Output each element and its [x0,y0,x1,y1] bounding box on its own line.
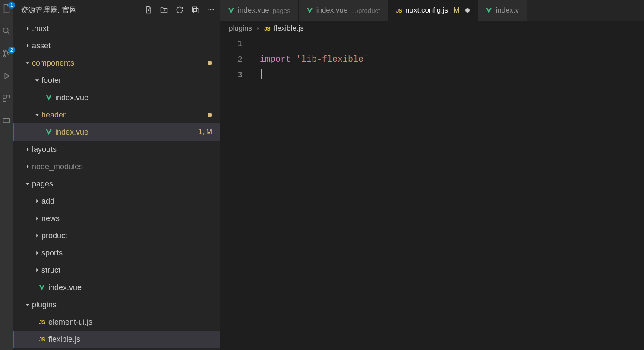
file-label: index.vue [48,283,82,292]
chevron-right-icon [33,267,41,273]
dirty-dot-icon [465,8,470,13]
breadcrumb-part[interactable]: plugins [229,24,252,33]
vue-icon [306,7,313,14]
folder-product[interactable]: product [13,227,220,244]
chevron-down-icon [33,112,41,118]
svg-point-3 [8,53,9,54]
folder-label: node_modules [32,162,83,171]
line-gutter: 1 2 3 [220,36,251,350]
folder-sports[interactable]: sports [13,244,220,262]
code-editor[interactable]: 1 2 3 import 'lib-flexible' [220,36,644,350]
file-label: flexible.js [48,335,80,344]
folder-plugins[interactable]: plugins [13,296,220,313]
js-icon: JS [37,336,47,343]
folder-label: product [41,231,67,240]
token-string: 'lib-flexible' [296,54,369,64]
js-icon: JS [396,7,402,14]
more-icon[interactable] [206,5,215,15]
folder-label: news [41,214,60,223]
file-pages-index[interactable]: index.vue [13,279,220,296]
folder-label: struct [41,266,60,275]
new-file-icon[interactable] [144,5,153,15]
source-control-icon[interactable]: 2 [1,48,12,59]
folder-footer[interactable]: footer [13,72,220,89]
folder-label: add [41,197,54,206]
vue-icon [228,7,234,14]
chevron-right-icon [23,164,32,170]
git-status: 1, M [199,128,212,136]
file-header-index[interactable]: index.vue 1, M [13,123,220,141]
file-element-ui[interactable]: JS element-ui.js [13,313,220,331]
js-icon: JS [264,25,270,32]
svg-rect-4 [3,95,6,98]
line-number: 1 [220,36,243,52]
svg-rect-8 [192,7,196,11]
file-label: index.vue [55,128,88,137]
tab-label: index.vue [238,6,269,15]
code-line: import 'lib-flexible' [260,52,644,67]
chevron-down-icon [23,60,32,66]
file-footer-index[interactable]: index.vue [13,89,220,106]
code-line [260,36,644,52]
chevron-right-icon [33,233,41,239]
explorer-icon[interactable]: 1 [1,3,12,14]
folder-pages[interactable]: pages [13,175,220,192]
line-number: 3 [220,67,243,83]
tab-index-product[interactable]: index.vue ...\product [299,0,388,21]
folder-label: plugins [32,300,57,309]
chevron-down-icon [23,181,32,187]
activity-bar: 1 2 [0,0,13,350]
extensions-icon[interactable] [1,93,12,104]
folder-asset[interactable]: asset [13,37,220,54]
tab-index-cut[interactable]: index.v [478,0,527,21]
token-keyword: import [260,54,291,64]
collapse-all-icon[interactable] [190,5,200,15]
vue-icon [37,284,47,291]
svg-point-2 [3,55,5,57]
folder-label: footer [41,76,61,85]
git-modified-letter: M [453,6,459,15]
chevron-right-icon [23,25,32,32]
debug-icon[interactable] [1,71,12,81]
folder-header[interactable]: header [13,106,220,123]
svg-rect-6 [3,99,6,102]
svg-point-0 [3,28,8,33]
code-content[interactable]: import 'lib-flexible' [251,36,644,350]
vue-icon [486,7,492,14]
folder-nuxt[interactable]: .nuxt [13,20,220,37]
remote-icon[interactable] [1,116,12,126]
tab-label: nuxt.config.js [405,6,448,15]
git-status-text: 1, M [199,128,212,136]
file-flexible[interactable]: JS flexible.js [13,331,220,348]
file-label: index.vue [55,93,88,102]
svg-point-12 [213,9,214,11]
new-folder-icon[interactable] [159,5,169,15]
explorer-badge: 1 [8,2,15,9]
folder-struct[interactable]: struct [13,262,220,279]
sidebar: 资源管理器: 官网 .nuxt [13,0,220,350]
folder-layouts[interactable]: layouts [13,141,220,158]
breadcrumb-file[interactable]: flexible.js [274,24,304,33]
tab-nuxt-config[interactable]: JS nuxt.config.js M [388,0,478,21]
folder-label: sports [41,249,63,258]
folder-news[interactable]: news [13,210,220,227]
chevron-right-icon [23,43,32,49]
svg-point-10 [208,9,209,11]
chevron-down-icon [33,77,41,83]
folder-components[interactable]: components [13,54,220,72]
tab-suffix: ...\product [351,7,380,14]
modified-dot-icon [208,61,212,65]
modified-dot-icon [208,113,212,117]
folder-label: asset [32,41,51,50]
file-label: element-ui.js [48,318,92,327]
folder-node-modules[interactable]: node_modules [13,158,220,175]
chevron-right-icon [33,215,41,221]
folder-add[interactable]: add [13,192,220,210]
tab-bar: index.vue pages index.vue ...\product JS… [220,0,644,21]
refresh-icon[interactable] [175,5,184,15]
vue-icon [44,94,54,101]
breadcrumb[interactable]: plugins JS flexible.js [220,21,644,36]
search-icon[interactable] [1,26,12,36]
tab-index-pages[interactable]: index.vue pages [220,0,299,21]
svg-rect-9 [194,9,198,13]
